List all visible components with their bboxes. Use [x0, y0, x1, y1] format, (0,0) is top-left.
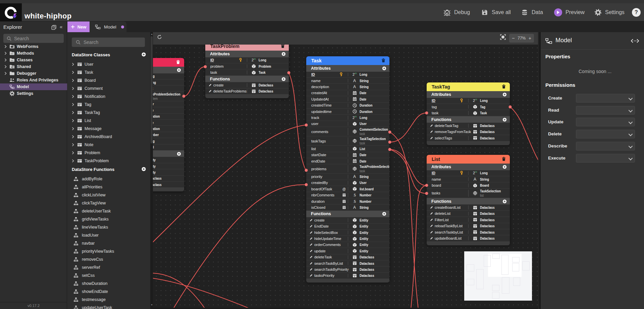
svg-text:‹·›: ‹·›	[11, 59, 13, 62]
svg-text:‹·›: ‹·›	[11, 53, 13, 55]
